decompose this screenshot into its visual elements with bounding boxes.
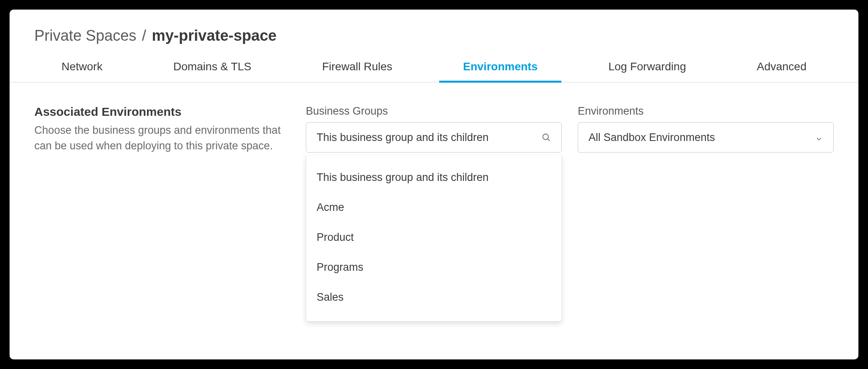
environments-select[interactable]: All Sandbox Environments xyxy=(578,122,834,153)
breadcrumb-separator: / xyxy=(142,27,147,44)
section-title: Associated Environments xyxy=(34,105,290,119)
chevron-down-icon xyxy=(815,133,823,141)
business-groups-label: Business Groups xyxy=(306,105,562,117)
business-groups-dropdown: This business group and its children Acm… xyxy=(306,155,562,321)
section-description: Choose the business groups and environme… xyxy=(34,123,290,154)
private-space-settings-window: Private Spaces / my-private-space Networ… xyxy=(10,10,858,359)
section-info: Associated Environments Choose the busin… xyxy=(34,105,290,154)
svg-point-0 xyxy=(543,134,549,140)
breadcrumb: Private Spaces / my-private-space xyxy=(10,10,858,44)
svg-line-1 xyxy=(548,139,550,141)
tab-firewall-rules[interactable]: Firewall Rules xyxy=(310,60,404,82)
environments-selected-value: All Sandbox Environments xyxy=(589,131,815,144)
tab-log-forwarding[interactable]: Log Forwarding xyxy=(597,60,698,82)
tab-environments[interactable]: Environments xyxy=(451,60,550,82)
breadcrumb-current: my-private-space xyxy=(152,27,277,44)
business-groups-select[interactable]: This business group and its children xyxy=(306,122,562,153)
business-groups-selected-value: This business group and its children xyxy=(317,131,541,144)
dropdown-option[interactable]: Sales xyxy=(306,282,561,312)
search-icon xyxy=(541,133,551,142)
tab-advanced[interactable]: Advanced xyxy=(745,60,818,82)
tab-network[interactable]: Network xyxy=(50,60,115,82)
dropdown-option[interactable]: This business group and its children xyxy=(306,163,561,192)
environments-field: Environments All Sandbox Environments xyxy=(578,105,834,154)
dropdown-option[interactable]: Programs xyxy=(306,252,561,282)
tabs-bar: Network Domains & TLS Firewall Rules Env… xyxy=(10,44,858,83)
dropdown-option[interactable]: Product xyxy=(306,222,561,252)
environments-label: Environments xyxy=(578,105,834,117)
breadcrumb-parent[interactable]: Private Spaces xyxy=(34,27,137,44)
business-groups-field: Business Groups This business group and … xyxy=(306,105,562,154)
dropdown-option[interactable]: Acme xyxy=(306,192,561,222)
tab-domains-tls[interactable]: Domains & TLS xyxy=(161,60,264,82)
content-area: Associated Environments Choose the busin… xyxy=(10,83,858,154)
